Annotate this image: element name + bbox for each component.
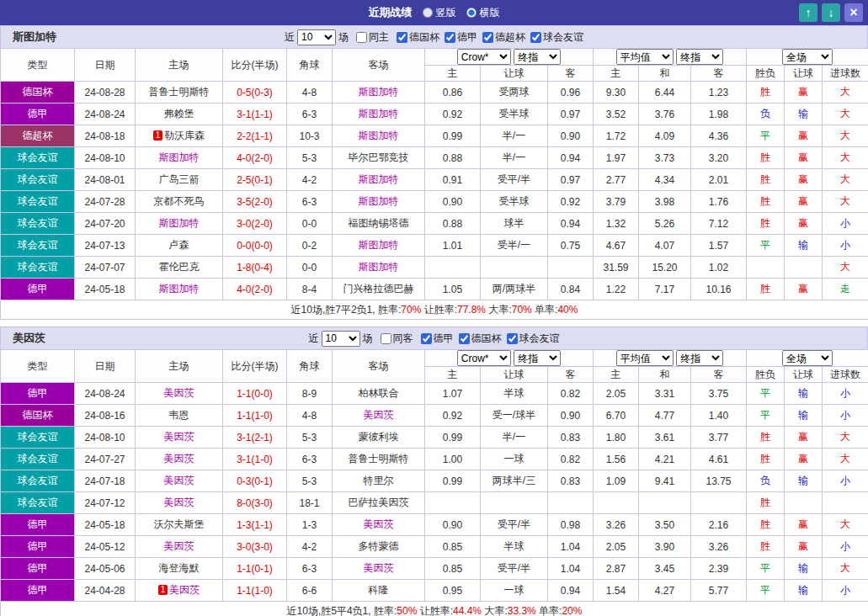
col-avg-draw: 和 bbox=[639, 367, 691, 383]
layout-vertical-label: 竖版 bbox=[436, 6, 456, 20]
odds-home-cell: 1.00 bbox=[425, 449, 481, 470]
odds-away-cell: 0.90 bbox=[548, 125, 594, 147]
same-venue-filter[interactable]: 同客 bbox=[381, 332, 413, 346]
final-index-select[interactable]: 终指 bbox=[514, 49, 561, 65]
summary-segment: 70% bbox=[512, 304, 532, 316]
league-filter[interactable]: 德国杯 bbox=[459, 332, 502, 346]
avg-home-cell: 1.09 bbox=[594, 470, 639, 492]
result-cell: 胜 bbox=[747, 169, 785, 191]
match-count-select[interactable]: 10 bbox=[297, 29, 336, 45]
league-filter-checkbox[interactable] bbox=[445, 32, 455, 43]
league-filter-label: 德甲 bbox=[434, 332, 454, 346]
league-filter[interactable]: 德甲 bbox=[445, 30, 477, 45]
odds-source-select[interactable]: Crow* bbox=[457, 49, 511, 65]
handicap-cell bbox=[481, 492, 548, 514]
league-filter-checkbox[interactable] bbox=[507, 333, 518, 344]
score-cell: 3-5(2-0) bbox=[223, 191, 287, 213]
summary-segment: 大率: bbox=[486, 304, 512, 316]
handicap-cell: 一球 bbox=[481, 580, 548, 602]
avg-home-cell: 6.70 bbox=[594, 405, 639, 427]
average-select[interactable]: 平均值 bbox=[616, 49, 674, 65]
let-result-cell: 赢 bbox=[785, 169, 823, 191]
away-team-cell: 斯图加特 bbox=[333, 82, 425, 104]
let-result-cell: 赢 bbox=[785, 191, 823, 213]
match-rows: 德国杯24-08-28普鲁士明斯特0-5(0-3)4-8斯图加特0.86受两球0… bbox=[1, 82, 868, 300]
league-cell: 德甲 bbox=[1, 383, 75, 405]
same-venue-filter[interactable]: 同主 bbox=[356, 30, 389, 45]
fullmatch-group-header: 全场 bbox=[747, 350, 868, 367]
avg-away-cell: 1.40 bbox=[691, 405, 747, 427]
handicap-cell: 半/一 bbox=[481, 147, 548, 169]
score-cell: 1-8(0-4) bbox=[223, 257, 287, 279]
odds-source-select[interactable]: Crow* bbox=[457, 350, 511, 366]
result-cell: 胜 bbox=[747, 449, 785, 470]
avg-home-cell bbox=[594, 492, 639, 514]
match-row: 球会友谊24-07-12美因茨8-0(3-0)18-1巴萨拉美因茨胜 bbox=[1, 492, 868, 514]
team-name-text: 斯图加特 bbox=[359, 108, 399, 119]
home-team-cell: 斯图加特 bbox=[136, 279, 223, 300]
league-filter-checkbox[interactable] bbox=[530, 32, 541, 43]
odds-away-cell bbox=[548, 257, 594, 279]
col-avg-away: 客 bbox=[691, 66, 747, 82]
league-filter[interactable]: 德国杯 bbox=[397, 30, 439, 45]
league-cell: 球会友谊 bbox=[1, 257, 75, 279]
league-filter[interactable]: 德甲 bbox=[421, 332, 454, 346]
league-filter-checkbox[interactable] bbox=[459, 333, 470, 344]
layout-option-horizontal[interactable]: 横版 bbox=[466, 6, 500, 20]
team-name-text: 京都不死鸟 bbox=[154, 195, 205, 207]
team-name-text: 巴萨拉美因茨 bbox=[349, 497, 409, 508]
avg-away-cell: 5.77 bbox=[691, 580, 747, 602]
away-team-cell: 斯图加特 bbox=[333, 235, 425, 257]
scroll-up-button[interactable]: ↑ bbox=[799, 3, 817, 22]
league-filter-checkbox[interactable] bbox=[397, 32, 407, 43]
league-filter[interactable]: 球会友谊 bbox=[530, 30, 583, 45]
same-venue-checkbox[interactable] bbox=[356, 32, 367, 43]
col-type: 类型 bbox=[1, 49, 75, 82]
odds-away-cell: 0.82 bbox=[548, 449, 594, 470]
summary-segment: 70% bbox=[401, 304, 421, 316]
odds-away-cell: 0.94 bbox=[548, 213, 594, 235]
avg-draw-cell: 3.61 bbox=[639, 427, 691, 449]
full-match-select[interactable]: 全场 bbox=[782, 49, 833, 65]
team-section-mainz: 美因茨 近 10 场 同客 德甲德国杯球会友谊 类型 日 bbox=[0, 327, 868, 616]
avg-home-cell: 2.87 bbox=[594, 558, 639, 580]
league-cell: 球会友谊 bbox=[1, 470, 75, 492]
odds-away-cell: 0.83 bbox=[548, 427, 594, 449]
match-row: 德甲24-05-18斯图加特4-0(2-0)8-4门兴格拉德巴赫1.05两/两球… bbox=[1, 279, 868, 300]
goals-cell: 大 bbox=[823, 125, 868, 147]
team-name-text: 斯图加特 bbox=[359, 239, 399, 251]
let-result-cell bbox=[785, 492, 823, 514]
avg-away-cell: 3.77 bbox=[691, 427, 747, 449]
avg-away-cell: 7.12 bbox=[691, 213, 747, 235]
date-cell: 24-05-18 bbox=[75, 279, 136, 300]
full-match-select[interactable]: 全场 bbox=[782, 350, 833, 366]
league-cell: 德甲 bbox=[1, 580, 75, 602]
league-filter-checkbox[interactable] bbox=[421, 333, 432, 344]
same-venue-checkbox[interactable] bbox=[381, 333, 391, 344]
odds-away-cell: 1.04 bbox=[548, 558, 594, 580]
date-cell: 24-05-18 bbox=[75, 514, 136, 536]
col-result: 胜负 bbox=[747, 66, 785, 82]
avg-home-cell: 3.52 bbox=[594, 104, 639, 125]
avg-away-cell: 3.20 bbox=[691, 147, 747, 169]
date-cell: 24-07-28 bbox=[75, 191, 136, 213]
league-filter[interactable]: 德超杯 bbox=[482, 30, 525, 45]
odds-home-cell: 0.90 bbox=[425, 514, 481, 536]
score-cell: 3-0(3-0) bbox=[223, 536, 287, 558]
match-count-select[interactable]: 10 bbox=[322, 331, 360, 347]
league-filter-checkbox[interactable] bbox=[482, 32, 493, 43]
date-cell: 24-07-13 bbox=[75, 235, 136, 257]
average-final-select[interactable]: 终指 bbox=[676, 49, 723, 65]
goals-cell: 小 bbox=[823, 580, 868, 602]
layout-option-vertical[interactable]: 竖版 bbox=[423, 6, 456, 20]
score-cell: 1-1(1-0) bbox=[223, 580, 287, 602]
average-group-header: 平均值 终指 bbox=[594, 350, 747, 367]
average-final-select[interactable]: 终指 bbox=[676, 350, 723, 366]
odds-home-cell: 0.85 bbox=[425, 536, 481, 558]
average-select[interactable]: 平均值 bbox=[616, 350, 674, 366]
avg-away-cell: 1.76 bbox=[691, 191, 747, 213]
league-filter[interactable]: 球会友谊 bbox=[507, 332, 560, 346]
scroll-down-button[interactable]: ↓ bbox=[822, 3, 840, 22]
final-index-select[interactable]: 终指 bbox=[514, 350, 561, 366]
close-button[interactable]: × bbox=[844, 3, 863, 22]
